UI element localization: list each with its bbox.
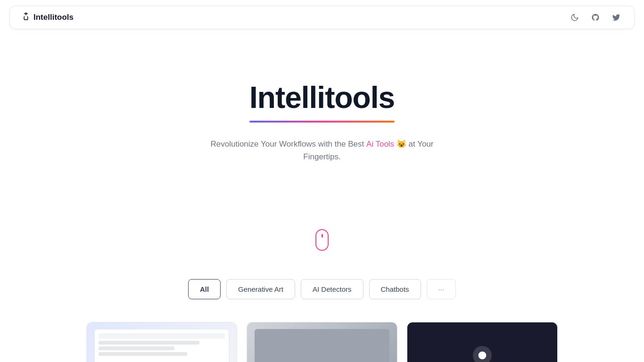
hero-title-underline — [249, 121, 395, 123]
mouse-dot — [322, 234, 323, 238]
logo-text: Intellitools — [33, 13, 74, 22]
logo-icon — [21, 12, 31, 24]
card-thumbnail-inner-3 — [407, 322, 557, 362]
navbar: Intellitools — [9, 6, 635, 29]
svg-point-3 — [479, 352, 487, 360]
nav-actions — [568, 11, 623, 24]
cards-preview: Free Free Free — [0, 322, 644, 362]
nav-logo[interactable]: Intellitools — [21, 12, 74, 24]
filter-generative-art[interactable]: Generative Art — [226, 279, 295, 299]
filter-ai-detectors[interactable]: AI Detectors — [301, 279, 363, 299]
scroll-indicator — [315, 229, 329, 251]
github-button[interactable] — [589, 11, 602, 24]
mock-line-3 — [99, 352, 187, 356]
tool-card-2[interactable]: Free — [247, 322, 397, 362]
card-thumbnail-inner-1 — [87, 322, 237, 362]
mock-line-1 — [99, 341, 200, 345]
dark-mode-button[interactable] — [568, 11, 581, 24]
mouse-icon — [315, 229, 329, 251]
mock-ui-2 — [255, 329, 389, 362]
mock-icon-3 — [473, 346, 492, 362]
hero-subtitle: Revolutionize Your Workflows with the Be… — [204, 138, 440, 163]
category-filters: All Generative Art AI Detectors Chatbots… — [179, 279, 465, 299]
tool-card-1[interactable]: Free — [86, 322, 237, 362]
filter-all[interactable]: All — [188, 279, 221, 299]
tool-card-3[interactable]: Free — [407, 322, 558, 362]
filter-chatbots[interactable]: Chatbots — [369, 279, 421, 299]
card-thumbnail-inner-2 — [247, 322, 397, 362]
card-thumbnail-2: Free — [247, 322, 397, 362]
hero-title: Intellitools — [249, 80, 395, 115]
filter-more[interactable]: ··· — [427, 279, 456, 299]
mock-ui-1 — [94, 329, 229, 362]
card-thumbnail-3: Free — [407, 322, 557, 362]
ai-tools-link: Ai Tools — [366, 140, 394, 148]
twitter-button[interactable] — [610, 11, 623, 24]
hero-subtitle-start: Revolutionize Your Workflows with the Be… — [210, 140, 366, 148]
hero-subtitle-emoji: 😺 — [396, 140, 406, 148]
main-content: Intellitools Revolutionize Your Workflow… — [0, 0, 644, 362]
card-thumbnail-1: Free — [87, 322, 237, 362]
mock-header-1 — [99, 333, 225, 339]
mock-line-2 — [99, 346, 174, 350]
hero-section: Intellitools Revolutionize Your Workflow… — [195, 42, 449, 191]
